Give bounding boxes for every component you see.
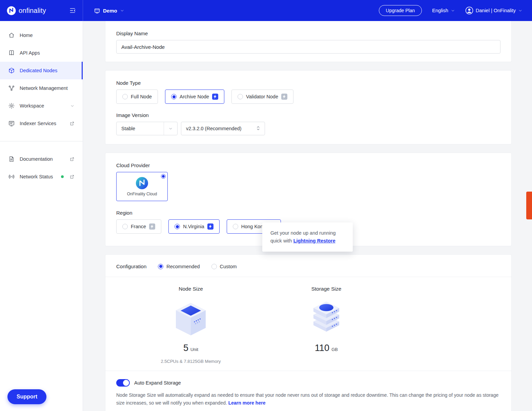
config-option-recommended[interactable]: Recommended bbox=[158, 264, 200, 269]
lightning-restore-link[interactable]: Lightning Restore bbox=[293, 238, 335, 243]
auto-expand-description: Node Storage Size will automatically exp… bbox=[116, 391, 499, 407]
radio-icon bbox=[211, 264, 217, 269]
chevron-down-icon bbox=[164, 122, 177, 135]
chevron-down-icon bbox=[120, 8, 124, 13]
main-content: Display Name Node Type Full Node Archive… bbox=[83, 21, 532, 411]
sidebar-item-label: Dedicated Nodes bbox=[20, 68, 57, 73]
feedback-tab[interactable] bbox=[526, 192, 532, 219]
node-size-section: Node Size bbox=[116, 286, 265, 364]
display-name-card: Display Name bbox=[105, 21, 512, 62]
sidebar-item-network-management[interactable]: Network Management bbox=[0, 79, 83, 97]
sidebar-collapse-icon[interactable] bbox=[69, 7, 76, 14]
region-option-france[interactable]: France bbox=[116, 219, 161, 234]
onfinality-logo: onfinality bbox=[7, 6, 46, 15]
external-link-icon bbox=[69, 174, 75, 179]
radio-icon bbox=[122, 224, 128, 229]
provider-name: OnFinality Cloud bbox=[127, 192, 157, 196]
workspace-selector[interactable]: Demo bbox=[94, 7, 124, 14]
option-label: Full Node bbox=[131, 94, 152, 99]
api-apps-icon bbox=[8, 50, 15, 56]
sidebar-item-label: Home bbox=[20, 33, 33, 38]
home-icon bbox=[8, 32, 15, 39]
image-version-label: Image Version bbox=[116, 112, 500, 118]
external-link-icon bbox=[69, 121, 75, 126]
sidebar-item-indexer-services[interactable]: Indexer Services bbox=[0, 115, 83, 132]
sidebar-item-label: Network Status bbox=[20, 174, 53, 179]
documentation-icon bbox=[8, 156, 15, 162]
storage-size-illustration bbox=[312, 301, 341, 337]
sidebar-item-api-apps[interactable]: API Apps bbox=[0, 44, 83, 62]
support-button[interactable]: Support bbox=[7, 389, 46, 404]
indexer-services-icon bbox=[8, 120, 15, 127]
language-selector[interactable]: English bbox=[432, 8, 455, 13]
display-name-input[interactable] bbox=[116, 40, 500, 54]
storage-size-section: Storage Size bbox=[265, 286, 387, 364]
sidebar-divider bbox=[0, 141, 83, 141]
region-option-nvirginia[interactable]: N.Virginia bbox=[168, 219, 220, 234]
lightning-restore-icon bbox=[207, 223, 213, 230]
region-label: Region bbox=[116, 210, 500, 216]
node-size-value: 5 bbox=[183, 343, 188, 353]
upgrade-plan-button[interactable]: Upgrade Plan bbox=[379, 5, 422, 16]
sidebar-item-label: Indexer Services bbox=[20, 121, 56, 126]
sidebar-item-dedicated-nodes[interactable]: Dedicated Nodes bbox=[0, 62, 83, 79]
image-channel-value: Stable bbox=[117, 126, 164, 131]
sidebar-item-label: Documentation bbox=[20, 156, 53, 162]
radio-checked-icon bbox=[161, 174, 166, 179]
radio-checked-icon bbox=[175, 224, 180, 229]
learn-more-link[interactable]: Learn more here bbox=[228, 400, 266, 406]
sort-arrows-icon bbox=[256, 125, 261, 132]
storage-size-title: Storage Size bbox=[265, 286, 387, 292]
workspace-settings-icon bbox=[8, 102, 15, 109]
sidebar-item-label: Network Management bbox=[20, 85, 68, 91]
dedicated-nodes-icon bbox=[8, 67, 15, 74]
sidebar-item-label: Workspace bbox=[20, 103, 44, 109]
option-label: Custom bbox=[220, 264, 237, 269]
cloud-provider-card: Cloud Provider OnFinality Cloud Region bbox=[105, 153, 512, 246]
node-type-label: Node Type bbox=[116, 80, 500, 86]
provider-option-onfinality-cloud[interactable]: OnFinality Cloud bbox=[116, 172, 168, 201]
chevron-down-icon bbox=[518, 8, 523, 13]
node-size-title: Node Size bbox=[116, 286, 265, 292]
option-label: Archive Node bbox=[180, 94, 209, 99]
node-type-card: Node Type Full Node Archive Node Validat… bbox=[105, 70, 512, 144]
config-option-custom[interactable]: Custom bbox=[211, 264, 237, 269]
radio-checked-icon bbox=[171, 94, 177, 99]
lightning-restore-icon bbox=[149, 223, 155, 230]
option-label: France bbox=[131, 224, 146, 229]
image-version-select[interactable]: v2.3.2.0 (Recommended) bbox=[181, 122, 265, 135]
sidebar-item-network-status[interactable]: Network Status bbox=[0, 168, 83, 185]
onfinality-cloud-logo bbox=[136, 177, 148, 190]
storage-size-unit: GB bbox=[331, 347, 338, 352]
lightning-restore-icon bbox=[212, 94, 218, 100]
display-name-label: Display Name bbox=[116, 31, 500, 36]
sidebar: Home API Apps Dedicated Nodes Network Ma… bbox=[0, 21, 83, 411]
lightning-restore-icon bbox=[281, 94, 287, 100]
node-size-unit: Unit bbox=[190, 347, 198, 352]
node-type-option-validator-node[interactable]: Validator Node bbox=[231, 90, 293, 104]
auto-expand-description-text: Node Storage Size will automatically exp… bbox=[116, 392, 498, 406]
avatar-icon bbox=[465, 6, 473, 15]
sidebar-item-home[interactable]: Home bbox=[0, 26, 83, 44]
auto-expand-label: Auto Expand Storage bbox=[134, 380, 181, 386]
workspace-name: Demo bbox=[103, 8, 117, 14]
network-status-icon bbox=[8, 173, 15, 180]
chevron-down-icon bbox=[70, 104, 75, 108]
workspace-icon bbox=[94, 7, 100, 14]
language-label: English bbox=[432, 8, 448, 13]
radio-checked-icon bbox=[158, 264, 163, 269]
network-management-icon bbox=[8, 85, 15, 92]
sidebar-item-workspace[interactable]: Workspace bbox=[0, 97, 83, 115]
status-dot bbox=[61, 175, 64, 178]
sidebar-item-documentation[interactable]: Documentation bbox=[0, 150, 83, 168]
storage-size-value: 110 bbox=[315, 343, 329, 353]
node-type-option-archive-node[interactable]: Archive Node bbox=[165, 90, 224, 104]
auto-expand-toggle[interactable] bbox=[116, 379, 130, 387]
radio-icon bbox=[238, 94, 243, 99]
node-type-option-full-node[interactable]: Full Node bbox=[116, 90, 158, 104]
image-channel-select[interactable]: Stable bbox=[116, 122, 178, 135]
sidebar-item-label: API Apps bbox=[20, 50, 40, 56]
brand-wordmark: onfinality bbox=[19, 7, 46, 15]
user-menu[interactable]: Daniel | OnFinality bbox=[465, 6, 523, 15]
radio-icon bbox=[122, 94, 128, 99]
